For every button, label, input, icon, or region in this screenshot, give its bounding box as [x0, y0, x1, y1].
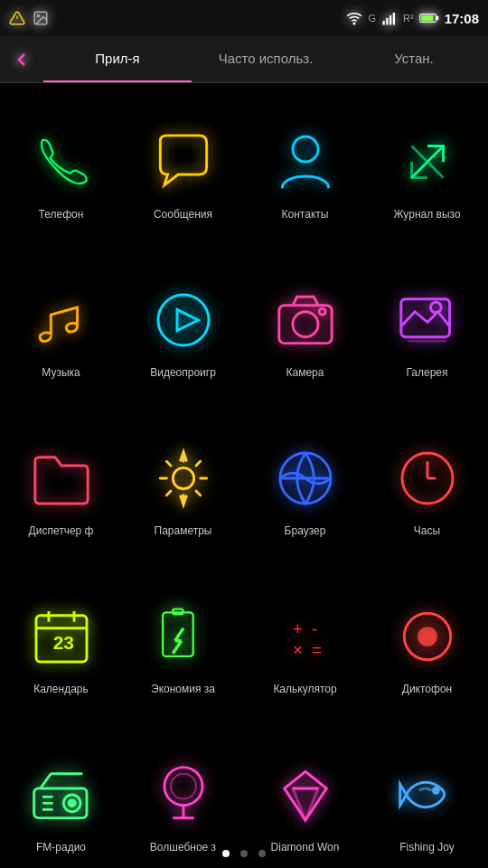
app-item-music[interactable]: Музыка: [0, 250, 122, 409]
battery-icon: [419, 12, 439, 24]
svg-marker-56: [284, 772, 326, 821]
svg-point-59: [433, 788, 438, 794]
recorder-icon: [387, 596, 468, 677]
tab-back-button[interactable]: [0, 49, 43, 71]
time-display: 17:08: [445, 11, 479, 26]
browser-icon: [265, 438, 346, 519]
app-label-gallery: Галерея: [406, 366, 447, 379]
image-icon: [33, 10, 49, 26]
music-icon: [21, 279, 102, 361]
app-item-diamond[interactable]: Diamond Won: [244, 725, 366, 868]
tab-bar: Прил-я Часто использ. Устан.: [0, 36, 488, 83]
svg-point-15: [158, 295, 209, 345]
person-icon: [265, 121, 346, 203]
warning-icon: [9, 10, 25, 26]
svg-rect-5: [383, 21, 385, 25]
svg-text:-: -: [312, 619, 317, 638]
svg-point-48: [69, 800, 75, 807]
dot-3: [258, 850, 266, 857]
app-item-radio[interactable]: FM-радио: [0, 725, 122, 868]
battery-icon: [143, 596, 224, 677]
svg-marker-16: [177, 310, 198, 331]
app-item-files[interactable]: Диспетчер ф: [0, 409, 122, 567]
calendar-icon: 23: [21, 596, 102, 677]
app-item-browser[interactable]: Браузер: [244, 409, 366, 567]
app-label-video: Видеопроигр: [150, 366, 216, 379]
diamond-icon: [265, 754, 346, 835]
app-item-camera[interactable]: Камера: [244, 250, 366, 409]
app-label-battery: Экономия за: [151, 683, 215, 695]
wifi-icon: [346, 10, 362, 26]
arrows-icon: [387, 121, 468, 203]
app-label-camera: Камера: [286, 366, 324, 379]
app-item-calendar[interactable]: 23 Календарь: [0, 567, 122, 725]
folder-icon: [21, 438, 102, 519]
svg-line-45: [40, 774, 51, 788]
app-item-calculator[interactable]: + - × = Калькулятор: [244, 567, 366, 725]
svg-point-22: [173, 468, 193, 489]
app-item-recorder[interactable]: Диктофон: [366, 567, 488, 725]
app-label-recorder: Диктофон: [402, 683, 452, 695]
svg-text:23: 23: [52, 632, 73, 653]
svg-point-21: [430, 302, 441, 313]
svg-point-43: [418, 628, 436, 646]
fish-icon: [387, 754, 468, 835]
app-label-calllog: Журнал вызо: [393, 208, 460, 221]
tab-installed-label: Устан.: [394, 51, 434, 66]
status-bar: G R² 17:08: [0, 0, 488, 36]
app-item-magic[interactable]: Волшебное з: [122, 725, 244, 868]
svg-text:+: +: [293, 619, 303, 638]
status-icons-right: G R² 17:08: [346, 10, 479, 26]
app-label-messages: Сообщения: [154, 208, 212, 221]
app-label-clock: Часы: [414, 524, 440, 537]
tab-apps-label: Прил-я: [95, 51, 139, 66]
page-dots: [0, 850, 488, 857]
app-label-settings: Параметры: [155, 524, 212, 537]
svg-text:×: ×: [293, 640, 303, 659]
app-item-gallery[interactable]: Галерея: [366, 250, 488, 409]
svg-rect-7: [389, 15, 391, 25]
svg-point-53: [171, 774, 196, 799]
app-label-contacts: Контакты: [282, 208, 329, 221]
tab-frequent[interactable]: Часто использ.: [192, 36, 340, 82]
dot-2: [240, 850, 248, 857]
gallery-icon: [387, 279, 468, 361]
svg-line-37: [173, 641, 181, 654]
app-item-video[interactable]: Видеопроигр: [122, 250, 244, 409]
svg-rect-6: [386, 18, 388, 25]
app-item-contacts[interactable]: Контакты: [244, 92, 366, 250]
radio-icon: [21, 754, 102, 835]
tab-apps[interactable]: Прил-я: [43, 36, 192, 82]
app-item-battery[interactable]: Экономия за: [122, 567, 244, 725]
app-grid: Телефон Сообщения Контакты Журнал вызо: [0, 83, 488, 868]
status-icons-left: [9, 10, 49, 26]
app-item-settings[interactable]: Параметры: [122, 409, 244, 567]
svg-rect-11: [421, 15, 433, 21]
app-item-messages[interactable]: Сообщения: [122, 92, 244, 250]
app-item-clock[interactable]: Часы: [366, 409, 488, 567]
signal-indicator: G: [368, 13, 376, 24]
dot-1: [222, 850, 230, 857]
svg-rect-8: [393, 13, 395, 25]
svg-point-12: [293, 137, 318, 162]
app-label-files: Диспетчер ф: [29, 524, 94, 537]
camera-icon: [265, 279, 346, 361]
app-item-fishing[interactable]: Fishing Joy: [366, 725, 488, 868]
message-icon: [143, 121, 224, 203]
app-label-calendar: Календарь: [33, 683, 89, 695]
svg-marker-57: [293, 788, 318, 820]
signal2-indicator: R²: [403, 13, 414, 24]
svg-rect-44: [33, 788, 86, 818]
app-item-phone[interactable]: Телефон: [0, 92, 122, 250]
gear-icon: [143, 438, 224, 519]
svg-point-18: [293, 312, 318, 337]
app-label-phone: Телефон: [39, 208, 84, 221]
app-label-music: Музыка: [42, 366, 80, 379]
svg-rect-10: [436, 16, 438, 20]
clock-icon: [387, 438, 468, 519]
tab-installed[interactable]: Устан.: [340, 36, 488, 82]
signal-icon: [381, 10, 398, 26]
app-item-calllog[interactable]: Журнал вызо: [366, 92, 488, 250]
app-label-calculator: Калькулятор: [273, 683, 336, 695]
svg-line-35: [174, 628, 183, 641]
